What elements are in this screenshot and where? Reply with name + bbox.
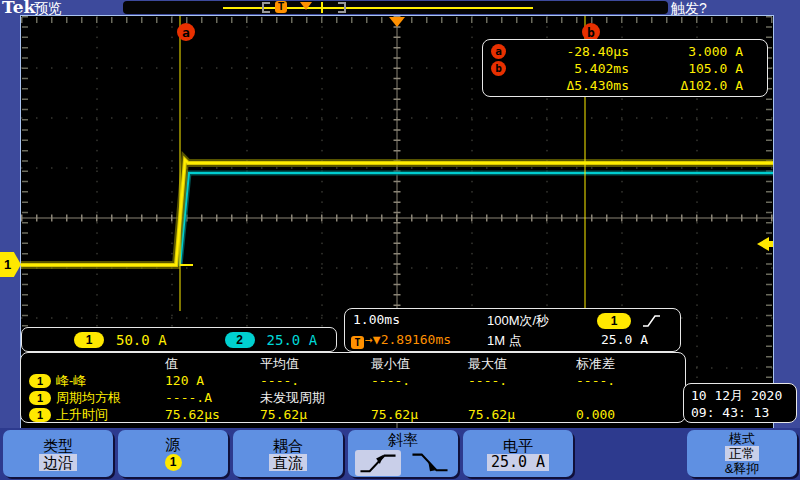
expansion-point-icon [389,17,405,27]
menu-button-source[interactable]: 源 1 [118,430,228,477]
svg-text:a: a [182,25,190,40]
trigger-delay-readout: T→▼2.89160ms [351,332,451,349]
measurement-row-label: 1 上升时间 [29,406,165,424]
meas-min: 75.62µ [371,407,468,422]
cursor-delta-amplitude: Δ102.0 A [629,78,763,93]
cursor-b-amplitude: 105.0 A [629,61,763,76]
time-label: 09: 43: 13 [691,404,796,421]
channel-scale-bar: 1 50.0 A 2 25.0 A [21,327,337,352]
menu-title: 模式 [729,431,755,446]
meas-max: 75.62µ [468,407,576,422]
menu-button-level[interactable]: 电平 25.0 A [463,430,573,477]
meas-ch-badge: 1 [29,374,51,388]
cursor-a-time: -28.40µs [517,44,629,59]
cursor-b-readout-badge: b [491,61,506,76]
col-header-max: 最大值 [468,355,576,373]
cursor-a-amplitude: 3.000 A [629,44,763,59]
trigger-slope-icon [641,313,661,329]
cursor-a-row: a -28.40µs 3.000 A [491,43,763,60]
meas-name: 上升时间 [56,406,108,424]
meas-value: 75.62µs [165,407,260,422]
meas-max: ----. [468,373,576,388]
menu-value: 正常 [725,446,759,461]
ch1-ground-marker: 1 [0,252,21,277]
menu-title: 类型 [43,437,73,454]
measurement-row-label: 1 周期均方根 [29,389,165,407]
cursor-readout-box: a -28.40µs 3.000 A b 5.402ms 105.0 A Δ5.… [482,39,768,97]
menu-title: 耦合 [273,437,303,454]
horizontal-trigger-box: 1.00ms 100M次/秒 1 T→▼2.89160ms 1M 点 25.0 … [344,308,681,352]
meas-name: 周期均方根 [56,389,121,407]
meas-value: 120 A [165,373,260,388]
col-header-value: 值 [165,355,260,373]
cursor-a-readout-badge: a [491,44,506,59]
timebase-readout: 1.00ms [353,312,400,327]
menu-value: 边沿 [39,454,77,471]
rising-slope-icon[interactable] [355,450,401,476]
menu-title: 斜率 [388,431,418,448]
measurement-table: 值 平均值 最小值 最大值 标准差 1 峰-峰 120 A ----. ----… [20,352,686,423]
softkey-menu: 类型 边沿 源 1 耦合 直流 斜率 [0,428,800,480]
cursor-b-row: b 5.402ms 105.0 A [491,60,763,77]
menu-button-slope[interactable]: 斜率 [348,430,458,477]
col-header-mean: 平均值 [260,355,371,373]
meas-std: ----. [576,373,685,388]
record-expansion-icon [300,2,312,10]
record-trigger-icon: T [275,1,287,13]
menu-value: 直流 [269,454,307,471]
menu-value-2: &释抑 [725,461,760,476]
sample-rate-readout: 100M次/秒 [487,312,549,330]
ch2-badge: 2 [225,332,255,348]
meas-mean: 未发现周期 [260,389,371,407]
oscilloscope-screen: Tek 预览 T 触发? [0,0,800,480]
meas-ch-badge: 1 [29,391,51,405]
col-header-std: 标准差 [576,355,685,373]
ch2-scale: 25.0 A [267,332,318,348]
falling-slope-icon[interactable] [409,450,451,477]
trigger-level-arrow-icon [757,237,773,251]
window-left-bracket-icon [262,2,270,13]
meas-mean: ----. [260,373,371,388]
col-header-min: 最小值 [371,355,468,373]
meas-mean: 75.62µ [260,407,371,422]
source-channel-badge: 1 [165,454,182,471]
menu-button-coupling[interactable]: 耦合 直流 [233,430,343,477]
ch2-trace [180,173,773,266]
measurement-row-label: 1 峰-峰 [29,372,165,390]
meas-std: 0.000 [576,407,685,422]
meas-name: 峰-峰 [56,372,86,390]
cursor-delta-row: Δ5.430ms Δ102.0 A [491,77,763,94]
record-length-readout: 1M 点 [487,332,522,350]
menu-value: 25.0 A [487,454,549,471]
slope-options [355,450,451,477]
cursor-b-time: 5.402ms [517,61,629,76]
meas-min: ----. [371,373,468,388]
ch1-badge: 1 [74,332,104,348]
cursor-delta-time: Δ5.430ms [517,78,629,93]
record-view-bar: T [123,1,668,14]
menu-button-mode[interactable]: 模式 正常 &释抑 [687,430,797,477]
datetime-box: 10 12月 2020 09: 43: 13 [683,383,797,423]
menu-title: 电平 [503,437,533,454]
trigger-delay-arrow: →▼ [365,332,381,347]
menu-button-type[interactable]: 类型 边沿 [3,430,113,477]
record-cursor-tick [321,2,323,13]
meas-ch-badge: 1 [29,408,51,422]
window-right-bracket-icon [338,2,346,13]
trigger-delay-value: 2.89160ms [381,332,451,347]
date-label: 10 12月 2020 [691,387,796,404]
meas-value: ----.A [165,390,260,405]
menu-title: 源 [166,436,181,453]
trigger-source-badge: 1 [597,313,631,329]
trigger-level-readout: 25.0 A [601,332,648,347]
trigger-t-icon: T [351,336,364,349]
svg-text:b: b [587,25,595,40]
ch1-scale: 50.0 A [116,332,167,348]
